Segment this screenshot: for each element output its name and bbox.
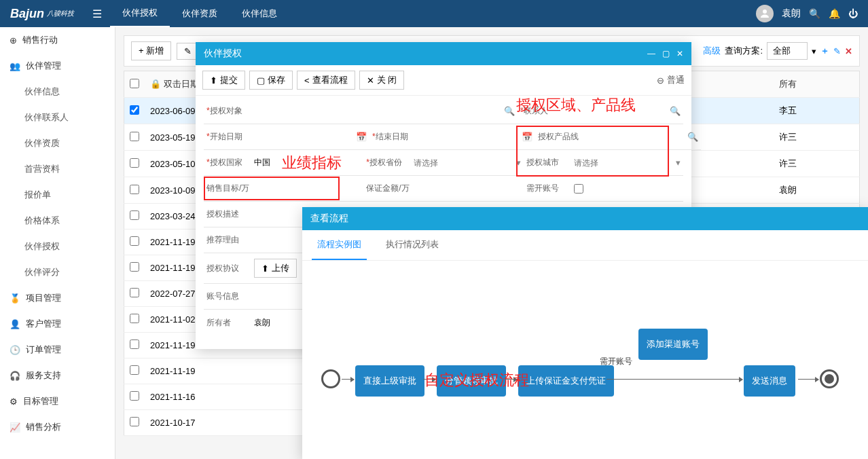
bell-icon[interactable]: 🔔 [829,8,840,19]
chevron-down-icon[interactable]: ▾ [812,46,816,56]
row-checkbox[interactable] [130,132,139,141]
row-checkbox[interactable] [130,262,139,272]
owner-label: 所有者 [206,317,254,329]
tab-partner-info[interactable]: 伙伴信息 [230,0,289,27]
sidebar-item-customer[interactable]: 👤客户管理 [0,311,115,337]
avatar[interactable] [756,5,774,22]
row-checkbox[interactable] [130,314,139,323]
person-icon: 👤 [10,319,20,329]
search-sfx-icon[interactable]: 🔍 [687,132,698,142]
sidebar-sub-quote[interactable]: 报价单 [0,182,115,208]
sidebar-sub-partner-info[interactable]: 伙伴信息 [0,79,115,105]
sidebar-item-goal[interactable]: ⚙目标管理 [0,388,115,414]
flow-dialog: 查看流程 流程实例图 执行情况列表 直接上级审批 分管领导审批 上传保证金支付凭… [302,207,868,459]
select-all-checkbox[interactable] [130,79,139,88]
search-icon[interactable]: 🔍 [809,8,820,19]
flow-dialog-title: 查看流程 [302,207,868,230]
calendar-icon[interactable]: 📅 [356,132,367,142]
flow-node-4[interactable]: 添加渠道账号 [638,329,708,360]
sidebar-sub-partner-qual[interactable]: 伙伴资质 [0,130,115,156]
submit-button[interactable]: ⬆提交 [202,71,245,90]
sidebar-sub-partner-score[interactable]: 伙伴评分 [0,259,115,285]
pencil-icon[interactable]: ✎ [833,46,841,56]
chevron-down-icon[interactable]: ▾ [676,158,681,168]
save-button[interactable]: ▢保存 [249,71,293,90]
row-checkbox[interactable] [130,339,139,349]
contact-label: 联系人 [520,105,568,117]
row-checkbox[interactable] [130,391,139,401]
row-checkbox[interactable] [130,185,139,194]
row-checkbox[interactable] [130,288,139,297]
flow-node-5[interactable]: 发送消息 [744,365,795,397]
sidebar-item-service[interactable]: 🎧服务支持 [0,363,115,388]
chevron-down-icon[interactable]: ▾ [516,158,521,168]
sales-target-label: 销售目标/万 [206,183,254,194]
close-icon[interactable]: ✕ [845,46,852,56]
sidebar-sub-partner-contact[interactable]: 伙伴联系人 [0,105,115,130]
flow-tab-diagram[interactable]: 流程实例图 [312,230,367,260]
add-button[interactable]: + 新增 [131,41,171,60]
power-icon[interactable]: ⏻ [848,8,858,19]
close-dialog-icon[interactable]: ✕ [676,49,683,58]
start-date-input[interactable] [254,132,356,142]
deposit-input[interactable] [414,184,520,194]
auth-province-select[interactable] [414,158,516,168]
col-date[interactable]: 双击日期 [164,79,199,89]
minus-circle-icon[interactable]: ⊖ [657,75,664,86]
search-sfx-icon[interactable]: 🔍 [504,106,515,116]
minimize-icon[interactable]: — [647,49,655,58]
row-checkbox[interactable] [130,210,139,220]
tab-partner-qual[interactable]: 伙伴资质 [170,0,230,27]
search-sfx-icon[interactable]: 🔍 [670,106,681,116]
auth-city-select[interactable] [574,158,676,168]
need-account-checkbox[interactable] [574,184,583,194]
sidebar-item-sales-action[interactable]: ⊕销售行动 [0,27,115,53]
query-plan-select[interactable]: 全部 [767,42,808,60]
sidebar-sub-partner-auth[interactable]: 伙伴授权 [0,234,115,259]
row-checkbox[interactable] [130,158,139,168]
sidebar-sub-price-system[interactable]: 价格体系 [0,208,115,234]
menu-toggle-icon[interactable]: ☰ [84,7,110,20]
view-flow-button[interactable]: <查看流程 [297,71,355,90]
maximize-icon[interactable]: ▢ [662,49,670,58]
cell-date: 2021-11-16 [145,384,321,410]
chart-icon: 📈 [10,422,20,433]
calendar-icon[interactable]: 📅 [522,132,532,142]
query-plan-label: 查询方案: [725,45,763,57]
auth-product-input[interactable] [585,132,687,142]
upload-button[interactable]: ⬆上传 [254,259,297,278]
cell-date: 2021-10-17 [145,410,321,436]
flow-node-3[interactable]: 上传保证金支付凭证 [518,365,614,397]
end-date-input[interactable] [420,132,522,142]
close-button[interactable]: ✕关 闭 [359,71,405,90]
flow-tab-list[interactable]: 执行情况列表 [380,230,444,260]
tab-partner-auth[interactable]: 伙伴授权 [110,0,170,27]
plus-icon[interactable]: ＋ [820,45,829,57]
agreement-label: 授权协议 [206,263,254,274]
sales-target-input[interactable] [254,184,361,194]
sidebar-sub-first-material[interactable]: 首营资料 [0,156,115,182]
flow-node-2[interactable]: 分管领导审批 [437,365,506,397]
sidebar-item-project[interactable]: 🏅项目管理 [0,285,115,311]
people-icon: 👥 [10,61,20,71]
auth-province-label: 授权省份 [366,157,414,168]
row-checkbox[interactable] [130,365,139,375]
auth-target-input[interactable] [254,107,504,116]
sidebar-item-partner-mgmt[interactable]: 👥伙伴管理 [0,53,115,79]
row-checkbox[interactable] [130,105,139,115]
sidebar-item-analysis[interactable]: 📈销售分析 [0,414,115,440]
start-date-label: 开始日期 [206,131,254,143]
contact-input[interactable] [568,107,670,116]
row-checkbox[interactable] [130,236,139,246]
col-owner[interactable]: 所有 [774,71,859,98]
advanced-link[interactable]: 高级 [703,45,721,57]
sidebar-item-order[interactable]: 🕒订单管理 [0,337,115,363]
row-checkbox[interactable] [130,417,139,426]
flow-need-account-label: 需开账号 [600,356,632,367]
flow-node-1[interactable]: 直接上级审批 [355,365,424,397]
cell-date: 2021-11-19 [145,359,321,384]
end-date-label: 结束日期 [372,131,420,143]
svg-point-0 [763,10,767,14]
auth-country-input[interactable] [254,158,361,168]
lock-icon: 🔒 [150,79,161,89]
